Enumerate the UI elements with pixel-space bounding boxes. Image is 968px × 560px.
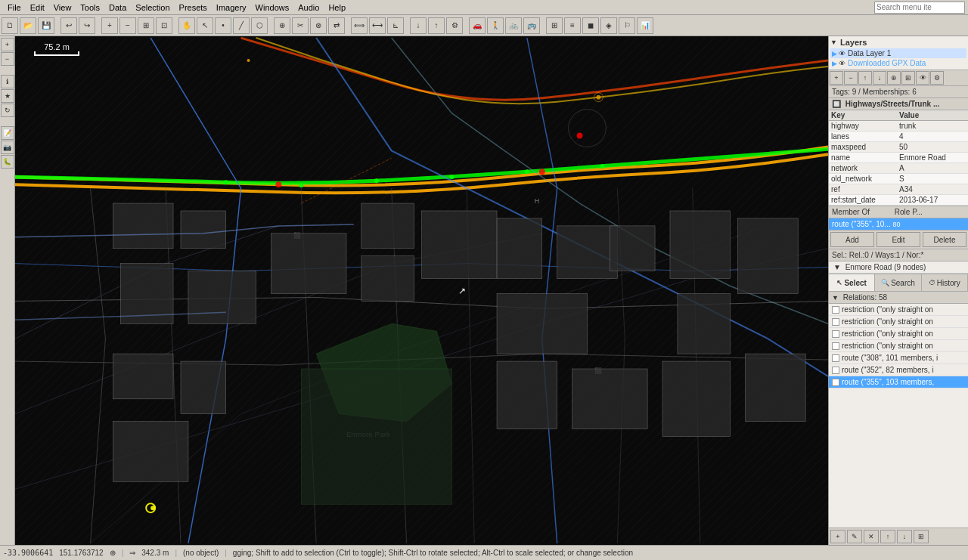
menu-help[interactable]: Help (324, 2, 350, 14)
toolbar-upload[interactable]: ↑ (428, 17, 445, 34)
property-row[interactable]: nameEnmore Road (829, 153, 968, 163)
toolbar-undo[interactable]: ↩ (60, 17, 77, 34)
menu-data[interactable]: Data (104, 2, 131, 14)
menu-tools[interactable]: Tools (76, 2, 104, 14)
layer-eye-btn[interactable]: 👁 (916, 71, 929, 85)
layer-down-btn[interactable]: ↓ (873, 71, 886, 85)
relation-item[interactable]: route ("352", 82 members, i (829, 364, 968, 376)
lt-photo[interactable]: 📷 (1, 141, 14, 154)
rel-add-btn[interactable]: + (830, 530, 845, 543)
rel-edit-btn[interactable]: ✎ (847, 530, 862, 543)
toolbar-zoom-out[interactable]: − (119, 17, 136, 34)
toolbar-icon5[interactable]: ⚐ (619, 17, 635, 34)
menu-imagery[interactable]: Imagery (212, 2, 251, 14)
relation-item[interactable]: restriction ("only straight on (829, 316, 968, 328)
menu-search-input[interactable] (874, 2, 965, 14)
relation-item[interactable]: restriction ("only straight on (829, 328, 968, 340)
toolbar-zoom-sel[interactable]: ⊡ (156, 17, 172, 34)
layer-duplicate-btn[interactable]: ⊞ (901, 71, 915, 85)
relation-checkbox[interactable] (832, 318, 839, 326)
rel-up-btn[interactable]: ↑ (880, 530, 895, 543)
tab-history[interactable]: ⏱ History (922, 274, 968, 291)
layer-remove-btn[interactable]: − (844, 71, 858, 85)
relation-checkbox[interactable] (832, 342, 839, 350)
rel-zoom-btn[interactable]: ⊞ (914, 530, 929, 543)
menu-view[interactable]: View (49, 2, 76, 14)
relation-item[interactable]: route ("308", 101 members, i (829, 352, 968, 364)
member-of-item[interactable]: route ("355", 10... 80 (829, 218, 968, 230)
lt-bug[interactable]: 🐛 (1, 155, 14, 169)
relation-checkbox[interactable] (832, 306, 839, 314)
layer-merge-btn[interactable]: ⊕ (887, 71, 901, 85)
lt-rotate[interactable]: ↻ (1, 104, 14, 117)
layer-item-gpx[interactable]: ▶ 👁 Downloaded GPX Data (830, 58, 966, 68)
add-button[interactable]: Add (830, 232, 874, 247)
menu-edit[interactable]: Edit (26, 2, 49, 14)
toolbar-select[interactable]: ↖ (197, 17, 213, 34)
toolbar-icon6[interactable]: 📊 (637, 17, 653, 34)
menu-presets[interactable]: Presets (175, 2, 212, 14)
relation-item[interactable]: restriction ("only straight on (829, 340, 968, 352)
toolbar-align-h[interactable]: ⟺ (351, 17, 368, 34)
layer-add-btn[interactable]: + (830, 71, 843, 85)
toolbar-bicycle[interactable]: 🚲 (505, 17, 522, 34)
tab-search[interactable]: 🔍 Search (875, 274, 921, 291)
toolbar-car[interactable]: 🚗 (469, 17, 486, 34)
toolbar-download[interactable]: ↓ (410, 17, 427, 34)
toolbar-combine[interactable]: ⊗ (310, 17, 327, 34)
toolbar-align-v[interactable]: ⟷ (369, 17, 386, 34)
edit-button[interactable]: Edit (876, 232, 920, 247)
toolbar-zoom-in[interactable]: + (101, 17, 118, 34)
toolbar-new[interactable]: 🗋 (2, 17, 18, 34)
relation-checkbox[interactable] (832, 330, 839, 338)
toolbar-ortho[interactable]: ⊾ (387, 17, 404, 34)
toolbar-redo[interactable]: ↪ (79, 17, 95, 34)
toolbar-pedestrian[interactable]: 🚶 (487, 17, 504, 34)
toolbar-icon4[interactable]: ◈ (600, 17, 617, 34)
property-row[interactable]: maxspeed50 (829, 142, 968, 153)
toolbar-zoom-fit[interactable]: ⊞ (138, 17, 154, 34)
map-canvas[interactable]: Enmore Park (15, 36, 828, 545)
menu-file[interactable]: File (3, 2, 26, 14)
toolbar-relation[interactable]: ⬡ (251, 17, 268, 34)
lt-zoom-out[interactable]: − (1, 52, 14, 66)
toolbar-merge[interactable]: ⊕ (274, 17, 290, 34)
toolbar-hand[interactable]: ✋ (178, 17, 195, 34)
property-row[interactable]: old_networkS (829, 174, 968, 184)
relation-checkbox[interactable] (832, 379, 839, 386)
relation-checkbox[interactable] (832, 354, 839, 362)
menu-selection[interactable]: Selection (131, 2, 174, 14)
property-row[interactable]: networkA (829, 163, 968, 174)
menu-windows[interactable]: Windows (251, 2, 294, 14)
relation-item[interactable]: route ("355", 103 members, (829, 376, 968, 388)
property-row[interactable]: refA34 (829, 184, 968, 195)
layer-item-data[interactable]: ▶ 👁 Data Layer 1 (830, 48, 966, 58)
toolbar-icon1[interactable]: ⊞ (546, 17, 563, 34)
toolbar-node[interactable]: • (215, 17, 231, 34)
toolbar-reverse[interactable]: ⇄ (328, 17, 345, 34)
toolbar-open[interactable]: 📂 (20, 17, 36, 34)
layer-up-btn[interactable]: ↑ (858, 71, 872, 85)
lt-zoom-in[interactable]: + (1, 38, 14, 51)
toolbar-preferences[interactable]: ⚙ (446, 17, 463, 34)
lt-note[interactable]: 📝 (1, 126, 14, 140)
toolbar-icon3[interactable]: ◼ (582, 17, 599, 34)
rel-del-btn[interactable]: ✕ (864, 530, 879, 543)
layer-settings-btn[interactable]: ⚙ (930, 71, 944, 85)
toolbar-bus[interactable]: 🚌 (523, 17, 540, 34)
lt-bookmark[interactable]: ★ (1, 89, 14, 103)
toolbar-split[interactable]: ✂ (292, 17, 309, 34)
toolbar-way[interactable]: ╱ (233, 17, 250, 34)
relation-item[interactable]: restriction ("only straight on (829, 304, 968, 316)
toolbar-save[interactable]: 💾 (38, 17, 54, 34)
rel-down-btn[interactable]: ↓ (897, 530, 912, 543)
toolbar-icon2[interactable]: ≡ (564, 17, 581, 34)
relation-checkbox[interactable] (832, 367, 839, 374)
delete-button[interactable]: Delete (923, 232, 966, 247)
lt-info[interactable]: ℹ (1, 75, 14, 88)
menu-audio[interactable]: Audio (293, 2, 324, 14)
property-row[interactable]: ref:start_date2013-06-17 (829, 195, 968, 206)
tab-select[interactable]: ↖ Select (829, 274, 875, 291)
property-row[interactable]: lanes4 (829, 131, 968, 142)
property-row[interactable]: highwaytrunk (829, 121, 968, 131)
